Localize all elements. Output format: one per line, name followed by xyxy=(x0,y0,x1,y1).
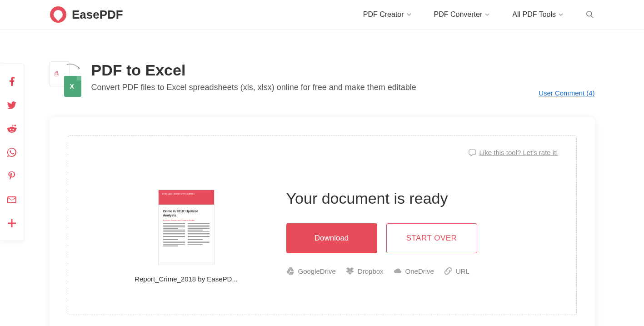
share-more[interactable] xyxy=(0,211,24,235)
page-title-row: ⎙ X PDF to Excel Convert PDF files to Ex… xyxy=(50,61,595,97)
button-row: Download START OVER xyxy=(286,223,558,253)
rate-tool-link[interactable]: Like this tool? Let's rate it! xyxy=(469,149,558,156)
svg-point-0 xyxy=(587,11,592,16)
share-reddit[interactable] xyxy=(0,117,24,140)
brand-name: EasePDF xyxy=(72,8,123,22)
ready-title: Your document is ready xyxy=(286,190,558,207)
document-thumbnail: BRENNAN CENTER FOR JUSTICE Crime in 2018… xyxy=(158,190,215,265)
logo-icon xyxy=(50,6,66,23)
pdf-to-excel-icon: ⎙ X xyxy=(50,61,81,97)
page-title: PDF to Excel xyxy=(91,61,416,79)
download-button[interactable]: Download xyxy=(286,223,377,253)
header: EasePDF PDF Creator PDF Converter All PD… xyxy=(0,0,644,30)
share-facebook[interactable] xyxy=(0,70,24,93)
logo[interactable]: EasePDF xyxy=(50,6,123,23)
save-label: URL xyxy=(456,267,469,275)
save-onedrive[interactable]: OneDrive xyxy=(394,267,434,275)
save-label: GoogleDrive xyxy=(298,267,336,275)
page-subtitle: Convert PDF files to Excel spreadsheets … xyxy=(91,83,416,92)
dropbox-icon xyxy=(346,267,354,275)
pinterest-icon xyxy=(8,171,15,181)
mail-icon xyxy=(7,196,16,203)
reddit-icon xyxy=(7,124,17,133)
chevron-down-icon xyxy=(407,12,411,17)
start-over-button[interactable]: START OVER xyxy=(386,223,477,253)
social-share-bar xyxy=(0,64,24,241)
result-card: Like this tool? Let's rate it! BRENNAN C… xyxy=(50,117,595,326)
save-label: Dropbox xyxy=(358,267,384,275)
save-options-row: GoogleDrive Dropbox OneDrive URL xyxy=(286,267,558,275)
save-label: OneDrive xyxy=(405,267,434,275)
nav-label: All PDF Tools xyxy=(512,10,556,19)
share-pinterest[interactable] xyxy=(0,164,24,188)
document-preview-column: BRENNAN CENTER FOR JUSTICE Crime in 2018… xyxy=(132,190,241,283)
share-twitter[interactable] xyxy=(0,93,24,117)
rate-label: Like this tool? Let's rate it! xyxy=(479,149,558,156)
share-mail[interactable] xyxy=(0,188,24,211)
comment-icon xyxy=(469,149,476,156)
main-content: ⎙ X PDF to Excel Convert PDF files to Ex… xyxy=(50,30,595,326)
user-comment-link[interactable]: User Comment (4) xyxy=(539,89,594,97)
nav-all-tools[interactable]: All PDF Tools xyxy=(512,10,563,19)
result-row: BRENNAN CENTER FOR JUSTICE Crime in 2018… xyxy=(86,190,558,283)
save-dropbox[interactable]: Dropbox xyxy=(346,267,384,275)
onedrive-icon xyxy=(394,267,402,275)
result-panel: Like this tool? Let's rate it! BRENNAN C… xyxy=(68,135,577,315)
nav-label: PDF Converter xyxy=(434,10,483,19)
google-drive-icon xyxy=(286,267,295,275)
nav-label: PDF Creator xyxy=(363,10,404,19)
save-google-drive[interactable]: GoogleDrive xyxy=(286,267,336,275)
main-nav: PDF Creator PDF Converter All PDF Tools xyxy=(363,10,594,19)
action-column: Your document is ready Download START OV… xyxy=(286,190,558,275)
chevron-down-icon xyxy=(485,12,489,17)
share-whatsapp[interactable] xyxy=(0,140,24,164)
twitter-icon xyxy=(7,101,16,109)
whatsapp-icon xyxy=(7,148,16,157)
search-icon[interactable] xyxy=(586,10,594,19)
nav-pdf-creator[interactable]: PDF Creator xyxy=(363,10,411,19)
facebook-icon xyxy=(10,77,15,86)
link-icon xyxy=(444,267,452,275)
chevron-down-icon xyxy=(559,12,563,17)
filename: Report_Crime_2018 by EasePD... xyxy=(135,275,238,283)
nav-pdf-converter[interactable]: PDF Converter xyxy=(434,10,490,19)
svg-line-1 xyxy=(591,16,594,18)
save-url[interactable]: URL xyxy=(444,267,469,275)
plus-icon xyxy=(8,219,16,227)
page-title-text: PDF to Excel Convert PDF files to Excel … xyxy=(91,61,416,92)
